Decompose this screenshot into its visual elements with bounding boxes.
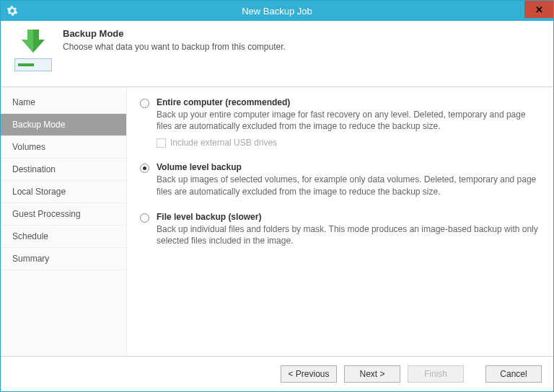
dialog-body: Name Backup Mode Volumes Destination Loc… [1,87,553,356]
usb-checkbox [157,138,166,148]
usb-checkbox-row: Include external USB drives [157,138,540,148]
window-title: New Backup Job [242,6,312,17]
option-volume-level[interactable]: Volume level backup Back up images of se… [140,162,540,197]
header-subtitle: Choose what data you want to backup from… [63,42,286,52]
option-title: File level backup (slower) [157,212,540,222]
option-desc: Back up your entire computer image for f… [157,109,540,132]
content-pane: Entire computer (recommended) Back up yo… [127,87,553,356]
radio-entire-computer[interactable] [140,99,149,108]
radio-volume-level[interactable] [140,164,149,173]
cancel-button[interactable]: Cancel [485,365,542,383]
header-title: Backup Mode [63,28,286,39]
dialog-window: New Backup Job ✕ Backup Mode Choose what… [0,0,554,392]
close-button[interactable]: ✕ [524,1,553,18]
sidebar-item-schedule[interactable]: Schedule [1,226,126,248]
download-arrow-icon [19,28,48,53]
dialog-header: Backup Mode Choose what data you want to… [1,21,553,87]
radio-file-level[interactable] [140,213,149,223]
sidebar-item-summary[interactable]: Summary [1,248,126,270]
sidebar-item-name[interactable]: Name [1,92,126,114]
sidebar-item-volumes[interactable]: Volumes [1,136,126,159]
sidebar-item-backup-mode[interactable]: Backup Mode [1,114,126,136]
option-desc: Back up images of selected volumes, for … [157,174,540,197]
header-text: Backup Mode Choose what data you want to… [63,28,286,52]
option-title: Volume level backup [157,162,540,172]
sidebar-item-destination[interactable]: Destination [1,159,126,181]
progress-icon [14,58,52,71]
previous-button[interactable]: < Previous [281,365,337,383]
dialog-footer: < Previous Next > Finish Cancel [1,356,553,391]
gear-icon [6,5,18,17]
usb-checkbox-label: Include external USB drives [170,138,277,148]
sidebar-item-guest-processing[interactable]: Guest Processing [1,203,126,226]
sidebar-item-local-storage[interactable]: Local Storage [1,181,126,203]
option-file-level[interactable]: File level backup (slower) Back up indiv… [140,212,540,246]
close-icon: ✕ [535,4,543,15]
option-desc: Back up individual files and folders by … [157,223,540,246]
wizard-sidebar: Name Backup Mode Volumes Destination Loc… [1,87,127,356]
finish-button: Finish [408,365,464,383]
option-entire-computer[interactable]: Entire computer (recommended) Back up yo… [140,97,540,148]
header-icon-block [14,28,53,71]
next-button[interactable]: Next > [344,365,400,383]
titlebar: New Backup Job ✕ [1,1,553,21]
option-title: Entire computer (recommended) [157,97,540,107]
